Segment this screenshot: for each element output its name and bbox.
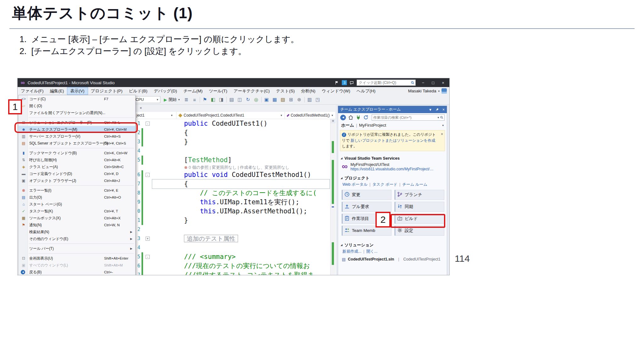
splitter-grip-icon[interactable]: ✚ (330, 119, 336, 123)
link-item[interactable]: 開く... (366, 249, 378, 254)
view-menu-item[interactable]: ⊗エラー一覧(I)Ctrl+¥, E (19, 187, 135, 194)
view-menu-item[interactable]: ▬コード定義ウィンドウ(D)Ctrl+¥, D (19, 170, 135, 177)
changes-tile[interactable]: 変更 (342, 190, 391, 200)
save-icon[interactable]: ▣ (264, 97, 270, 102)
refresh-icon[interactable] (363, 115, 369, 120)
view-menu-item[interactable]: ツール バー(T)▶ (19, 245, 135, 252)
run-tests-icon[interactable]: ◎ (253, 97, 259, 102)
view-menu-item[interactable]: <>コード(C)F7 (19, 96, 135, 102)
menubar-item[interactable]: ツール(T) (206, 87, 230, 95)
extension-icon[interactable]: ◳ (315, 97, 321, 102)
menubar-item[interactable]: プロジェクト(P) (88, 87, 126, 95)
view-menu-item[interactable]: ✓タスク一覧(K)Ctrl+¥, T (19, 208, 135, 215)
feedback-icon[interactable] (350, 81, 354, 85)
menubar-item[interactable]: 編集(E) (47, 87, 67, 95)
fold-marker-icon[interactable]: - (146, 173, 150, 177)
type-dropdown[interactable]: CodedUITestProject1.CodedUITest1 ▾ (176, 112, 285, 119)
fold-marker-icon[interactable]: + (146, 237, 150, 241)
user-account[interactable]: Masaki Takeda ▾ (408, 88, 449, 94)
save-all-icon[interactable]: ▦ (272, 97, 278, 102)
quick-launch-box[interactable] (357, 80, 416, 86)
view-menu-item[interactable]: ▣オブジェクト ブラウザー(J)Ctrl+Alt+J (19, 177, 135, 184)
view-menu-item[interactable]: ▣すべてのウィンドウ(L)Shift+Alt+M (19, 262, 135, 269)
maximize-button[interactable]: □ (429, 80, 437, 85)
menubar-item[interactable]: テスト(S) (273, 87, 298, 95)
menubar-item[interactable]: ヘルプ(H) (353, 87, 379, 95)
account-url-link[interactable]: https://vsts611.visualstudio.com/MyFirst… (351, 167, 436, 171)
view-menu-item[interactable]: ▦ツールボックス(X)Ctrl+Alt+X (19, 215, 135, 222)
breadcrumb-project[interactable]: MyFirstProject (359, 123, 386, 128)
start-debug-button[interactable]: ▶ 開始 ▾ (163, 97, 181, 102)
branches-tile[interactable]: ブランチ (395, 190, 444, 200)
section-header-solution[interactable]: ◢ソリューション (338, 240, 447, 249)
pin-icon[interactable] (436, 108, 439, 111)
code-lines[interactable]: public CodedUITest1() { } [TestMethod]⊗0… (152, 119, 330, 275)
solution-platforms-icon[interactable]: ≣ (183, 97, 190, 102)
menubar-item[interactable]: チーム(M) (180, 87, 206, 95)
link-item[interactable]: チーム ルーム (402, 182, 427, 187)
window-icon[interactable]: ◫ (237, 97, 243, 102)
view-menu-item[interactable]: ▥サーバー エクスプローラー(V)Ctrl+Alt+S (19, 133, 135, 140)
link-item[interactable]: Web ポータル (342, 182, 368, 187)
menubar-item[interactable]: ビルド(B) (125, 87, 150, 95)
notice-close-icon[interactable]: × (441, 131, 443, 137)
menubar-item[interactable]: ファイル(F) (18, 87, 47, 95)
view-menu-item[interactable]: ◈クラス ビュー(A)Ctrl+Shift+C (19, 163, 135, 170)
view-menu-item[interactable]: ▮ブックマーク ウィンドウ(B)Ctrl+K, Ctrl+W (19, 150, 135, 156)
home-icon[interactable] (348, 115, 353, 120)
link-item[interactable]: 新規作成... (342, 249, 361, 254)
grid-icon[interactable]: ⊞ (288, 97, 294, 102)
back-button[interactable]: ◀ (340, 115, 346, 120)
view-menu-item[interactable]: 検索結果(N)▶ (19, 228, 135, 235)
close-panel-icon[interactable]: × (442, 107, 445, 112)
work-item-search-box[interactable]: ▾ (372, 114, 445, 121)
member-dropdown[interactable]: CodedUITestMethod1() ▾ (285, 112, 336, 119)
menubar-item[interactable]: 表示(V) (67, 87, 88, 95)
refresh-icon[interactable]: ↻ (245, 97, 251, 102)
menubar-item[interactable]: 分析(N) (298, 87, 319, 95)
menubar-item[interactable]: デバッグ(D) (151, 87, 180, 95)
gear-icon[interactable]: ⊛ (296, 97, 303, 102)
view-menu-item[interactable]: ⌂スタート ページ(G) (19, 201, 135, 208)
comment-icon[interactable]: ◧ (210, 97, 216, 102)
notification-flag-icon[interactable] (335, 81, 339, 85)
minimize-button[interactable]: − (419, 80, 427, 85)
quick-launch-input[interactable] (357, 80, 411, 85)
flag-icon[interactable]: ⚑ (202, 97, 208, 102)
tab-close-icon[interactable]: × (140, 106, 142, 110)
link-item[interactable]: タスク ボード (372, 182, 397, 187)
team-explorer-breadcrumb[interactable]: ホーム | MyFirstProject ▾ (338, 122, 447, 129)
vertical-scrollbar[interactable]: ✚ (330, 119, 336, 275)
sync-tile[interactable]: 同期 (395, 202, 444, 212)
view-menu-item[interactable]: ファイルを開くアプリケーションの選択(N)... (19, 109, 135, 116)
team-explorer-header[interactable]: チーム エクスプローラー - ホーム ▼ × (338, 106, 447, 113)
section-header-project[interactable]: ◢プロジェクト (338, 173, 447, 182)
solution-item[interactable]: ▤ CodedUITestProject1.sln | CodedUITestP… (338, 255, 447, 262)
close-button[interactable]: × (439, 80, 447, 85)
view-menu-item[interactable]: ⚑通知(N)Ctrl+W, N (19, 222, 135, 228)
pull-requests-tile[interactable]: プル要求 (342, 202, 391, 212)
connect-plug-icon[interactable] (356, 115, 361, 120)
fold-marker-icon[interactable]: - (146, 122, 150, 126)
notification-count-badge[interactable]: 3 (342, 80, 347, 85)
chevron-down-icon[interactable]: ▾ (442, 124, 444, 127)
view-menu-item[interactable]: ⇅呼び出し階層(H)Ctrl+Alt+K (19, 156, 135, 163)
window-position-icon[interactable]: ▼ (429, 108, 432, 112)
breadcrumb-home[interactable]: ホーム (341, 123, 354, 128)
platform-dropdown[interactable]: CPU ▾ (133, 96, 160, 103)
document-icon[interactable]: ▥ (307, 97, 313, 102)
view-menu-item[interactable]: ◀戻る(B)Ctrl+- (19, 269, 135, 275)
create-project-link[interactable]: 新しいプロジェクトまたはソリューションを作成 (351, 138, 435, 143)
picture-icon[interactable]: ▨ (280, 97, 286, 102)
uncomment-icon[interactable]: ◨ (218, 97, 225, 102)
view-menu-item[interactable]: ▤SQL Server オブジェクト エクスプローラー(S)Ctrl+¥, Ct… (19, 140, 135, 147)
view-menu-item[interactable]: その他のウィンドウ(E)▶ (19, 235, 135, 242)
new-item-icon[interactable]: ▤ (229, 97, 235, 102)
view-menu-item[interactable]: ▱開く(O) (19, 102, 135, 109)
menubar-item[interactable]: ウィンドウ(W) (319, 87, 353, 95)
work-item-search-input[interactable] (372, 116, 436, 119)
menubar-item[interactable]: アーキテクチャ(C) (230, 87, 273, 95)
view-menu-item[interactable]: ⊡全画面表示(U)Shift+Alt+Enter (19, 255, 135, 262)
text-indent-icon[interactable]: ≡ (192, 97, 198, 102)
view-menu-item[interactable]: ▤出力(O)Ctrl+Alt+O (19, 194, 135, 201)
